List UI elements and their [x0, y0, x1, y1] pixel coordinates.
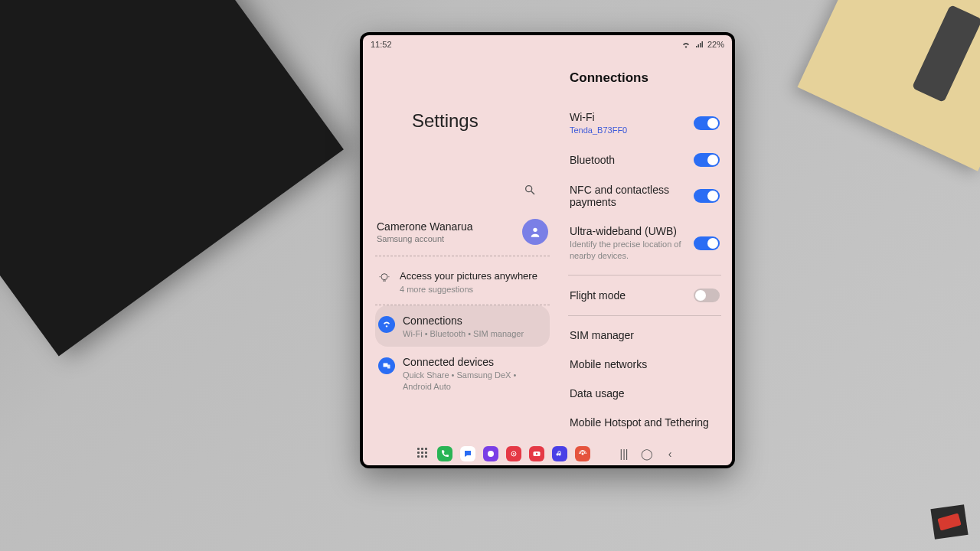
- svg-point-2: [533, 228, 537, 232]
- svg-rect-8: [387, 365, 390, 369]
- uwb-toggle[interactable]: [694, 236, 720, 250]
- apps-grid-icon[interactable]: [417, 448, 430, 460]
- row-title: SIM manager: [570, 329, 720, 341]
- dock-app-messages[interactable]: [460, 446, 475, 461]
- svg-point-11: [513, 453, 514, 455]
- suggestion-sub: 4 more suggestions: [400, 285, 537, 294]
- status-bar: 11:52 22%: [363, 35, 732, 51]
- tablet-frame: 11:52 22% Settings: [360, 32, 735, 468]
- divider: [568, 315, 721, 316]
- wifi-icon: [378, 316, 395, 333]
- divider: [568, 275, 721, 276]
- devices-icon: [378, 357, 395, 374]
- account-sub: Samsung account: [377, 234, 514, 243]
- search-icon[interactable]: [524, 184, 536, 196]
- svg-point-0: [526, 186, 532, 192]
- row-title: Ultra-wideband (UWB): [570, 225, 689, 237]
- dock-app-gallery[interactable]: [506, 446, 521, 461]
- row-sub: Tenda_B73FF0: [570, 125, 689, 136]
- svg-point-3: [381, 274, 387, 280]
- connections-right-pane: Connections Wi-Fi Tenda_B73FF0 Bluetooth: [554, 51, 732, 445]
- product-box: Galaxy Z Fold6: [0, 0, 344, 357]
- row-title: Flight mode: [570, 289, 689, 302]
- nav-back-icon[interactable]: ‹: [662, 448, 678, 460]
- svg-rect-7: [384, 364, 388, 367]
- screen: 11:52 22% Settings: [363, 35, 732, 465]
- account-row[interactable]: Camerone Wanarua Samsung account: [375, 214, 550, 256]
- channel-logo: [930, 504, 968, 540]
- dock-app-music[interactable]: [552, 446, 567, 461]
- row-sub: Identify the precise location of nearby …: [570, 239, 689, 262]
- sidebar-item-sub: Quick Share • Samsung DeX • Android Auto: [403, 370, 544, 392]
- nfc-toggle[interactable]: [694, 189, 720, 203]
- sidebar-item-connected-devices[interactable]: Connected devices Quick Share • Samsung …: [375, 347, 550, 399]
- row-uwb[interactable]: Ultra-wideband (UWB) Identify the precis…: [568, 217, 721, 270]
- svg-point-13: [582, 453, 584, 455]
- sidebar-item-label: Connected devices: [403, 356, 544, 368]
- dock-app-podcast[interactable]: [575, 446, 590, 461]
- desk-scene: Galaxy Z Fold6 11:52 22%: [0, 0, 980, 551]
- pane-title: Connections: [570, 70, 721, 86]
- avatar[interactable]: [522, 219, 548, 245]
- bulb-icon: [378, 272, 392, 294]
- dock-app-browser[interactable]: [483, 446, 498, 461]
- row-title: Mobile Hotspot and Tethering: [570, 416, 720, 429]
- row-wifi[interactable]: Wi-Fi Tenda_B73FF0: [568, 103, 721, 145]
- taskbar: ||| ◯ ‹: [363, 442, 732, 465]
- bluetooth-toggle[interactable]: [694, 153, 720, 167]
- account-name: Camerone Wanarua: [377, 220, 514, 233]
- row-data-usage[interactable]: Data usage: [568, 379, 721, 408]
- settings-left-pane: Settings Camerone Wanarua Samsung accoun…: [363, 51, 554, 445]
- row-title: NFC and contactless payments: [570, 184, 689, 208]
- nav-recents-icon[interactable]: |||: [616, 448, 632, 460]
- row-flight-mode[interactable]: Flight mode: [568, 280, 721, 311]
- status-battery: 22%: [707, 40, 724, 49]
- row-title: Bluetooth: [570, 154, 689, 166]
- sidebar-item-connections[interactable]: Connections Wi-Fi • Bluetooth • SIM mana…: [375, 305, 550, 347]
- row-mobile-networks[interactable]: Mobile networks: [568, 350, 721, 379]
- dock-app-youtube[interactable]: [529, 446, 544, 461]
- row-nfc[interactable]: NFC and contactless payments: [568, 175, 721, 217]
- wifi-icon: [681, 41, 691, 48]
- status-time: 11:52: [371, 40, 392, 49]
- row-title: Data usage: [570, 387, 720, 399]
- svg-line-1: [531, 191, 534, 194]
- sidebar-item-label: Connections: [403, 315, 524, 327]
- row-title: Mobile networks: [570, 358, 720, 370]
- person-icon: [529, 226, 541, 238]
- dock-app-phone[interactable]: [437, 446, 452, 461]
- svg-point-9: [488, 451, 494, 457]
- row-hotspot[interactable]: Mobile Hotspot and Tethering: [568, 408, 721, 437]
- nav-home-icon[interactable]: ◯: [639, 448, 655, 460]
- suggestion-row[interactable]: Access your pictures anywhere 4 more sug…: [375, 256, 550, 305]
- sidebar-item-sub: Wi-Fi • Bluetooth • SIM manager: [403, 328, 524, 339]
- flight-mode-toggle[interactable]: [694, 289, 720, 302]
- signal-icon: [695, 41, 703, 48]
- row-title: Wi-Fi: [570, 111, 689, 123]
- row-sim-manager[interactable]: SIM manager: [568, 321, 721, 350]
- page-title: Settings: [412, 110, 550, 132]
- row-bluetooth[interactable]: Bluetooth: [568, 145, 721, 175]
- suggestion-title: Access your pictures anywhere: [400, 270, 537, 282]
- wifi-toggle[interactable]: [694, 116, 720, 130]
